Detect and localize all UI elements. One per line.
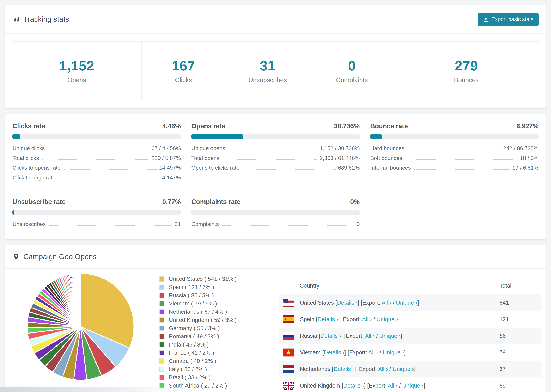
dotted-leader [64,169,157,170]
dotted-leader [59,179,160,179]
details-link[interactable]: Details › [337,300,358,306]
rate-row-opens-to-clicks-rate: Opens to clicks rate689.82% [191,165,360,175]
details-link[interactable]: Details › [343,382,364,389]
export-unique-link[interactable]: Unique › [393,366,414,372]
rates-grid: Clicks rate4.46%Unique clicks167 / 4.456… [5,114,546,239]
progress-bar-complaints-rate [191,210,360,215]
pie-slice-other-42 [80,273,81,327]
geo-table-body: United States [Details ›] [Export: All ›… [279,294,541,392]
details-link[interactable]: Details › [324,349,345,356]
legend-item-vietnam: Vietnam ( 79 / 5% ) [159,300,279,307]
bracket: [ [332,366,333,372]
rate-value-unsubscribe-rate: 0.77% [162,198,181,206]
stat-box-unsubscribes: 31Unsubscribes [226,42,310,100]
export-icon [483,16,489,22]
legend-label: Vietnam ( 79 / 5% ) [169,300,217,307]
export-all-link[interactable]: All › [388,382,398,389]
dotted-leader [223,159,318,160]
export-all-link[interactable]: All › [365,333,375,339]
bracket: ] [401,333,402,339]
page: Tracking stats Export basic stats 1,152O… [0,0,551,392]
details-link[interactable]: Details › [318,316,338,322]
dotted-leader [406,159,517,160]
export-unique-link[interactable]: Unique › [402,382,424,389]
rate-rows: Complaints0 [191,221,360,231]
country-cell-netherlands: Netherlands [Details ›] [Export: All › /… [300,366,500,372]
rate-row-value: 0 [357,221,360,227]
legend-label: Italy ( 36 / 2% ) [169,366,207,372]
legend-swatch-icon [159,326,164,331]
legend-item-canada: Canada ( 40 / 2% ) [159,358,279,364]
rate-row-value: 242 / 86.738% [503,145,538,152]
rate-row-value: 14.497% [159,165,181,171]
export-unique-link[interactable]: Unique › [377,316,398,322]
rate-panel-opens-rate: Opens rate30.736%Unique opens1,152 / 30.… [191,122,360,184]
rate-row-clicks-to-opens-rate: Clicks to opens rate14.497% [13,165,181,175]
rate-panel-head: Bounce rate6.927% [370,122,538,130]
rate-row-value: 31 [175,221,181,227]
rate-row-click-through-rate: Click through rate4.147% [13,175,181,184]
export-unique-link[interactable]: Unique › [396,300,417,306]
legend-swatch-icon [159,293,164,298]
rates-card: Clicks rate4.46%Unique clicks167 / 4.456… [5,114,546,239]
progress-bar-fill [370,134,382,139]
legend-label: France ( 42 / 2% ) [169,350,214,356]
export-basic-stats-button[interactable]: Export basic stats [478,13,538,26]
pie-legend: United States ( 541 / 31% )Spain ( 121 /… [159,272,279,391]
export-all-link[interactable]: All › [368,349,378,356]
legend-label: Netherlands ( 67 / 4% ) [169,308,227,315]
rate-panel-head: Opens rate30.736% [191,122,360,130]
export-unique-link[interactable]: Unique › [379,333,401,339]
total-cell: 67 [500,366,541,372]
dotted-leader [408,150,501,150]
details-link[interactable]: Details › [320,333,341,339]
bracket: ] [Export: [338,316,362,322]
bar-chart-icon [13,16,20,23]
bracket: [ [319,333,320,339]
country-cell-russia: Russia [Details ›] [Export: All › / Uniq… [300,333,500,339]
rate-panel-clicks-rate: Clicks rate4.46%Unique clicks167 / 4.456… [13,122,181,184]
rate-value-complaints-rate: 0% [350,198,360,206]
rate-value-bounce-rate: 6.927% [516,122,538,130]
rate-title-complaints-rate: Complaints rate [191,198,240,206]
stat-value-clicks: 167 [143,58,224,74]
rate-value-clicks-rate: 4.46% [162,122,181,130]
geo-title: Campaign Geo Opens [23,253,97,261]
rate-row-hard-bounces: Hard bounces242 / 86.738% [370,145,538,155]
export-all-link[interactable]: All › [378,366,388,372]
bracket: ] [Export: [354,366,378,372]
rate-row-label: Click through rate [13,175,56,181]
legend-label: Russia ( 86 / 5% ) [169,292,214,299]
legend-item-germany: Germany ( 55 / 3% ) [159,325,279,331]
stat-box-clicks: 167Clicks [141,42,226,100]
rate-row-unique-opens: Unique opens1,152 / 30.736% [191,145,360,155]
separator: / [375,333,380,339]
legend-swatch-icon [159,375,164,380]
export-all-link[interactable]: All › [381,300,391,306]
stat-box-complaints: 0Complaints [310,42,394,100]
bracket: ] [398,316,399,322]
rate-row-label: Unique clicks [13,145,45,152]
stat-box-bounces: 279Bounces [394,42,539,100]
progress-bar-bounce-rate [370,134,538,139]
rate-title-opens-rate: Opens rate [191,122,225,130]
rate-row-label: Hard bounces [370,145,404,152]
total-cell: 79 [500,349,541,356]
geo-country-table: Country Total United States [Details ›] … [279,277,541,392]
stat-value-complaints: 0 [312,58,392,74]
export-unique-link[interactable]: Unique › [383,349,404,356]
separator: / [378,349,383,356]
country-cell-vietnam: Vietnam [Details ›] [Export: All › / Uni… [300,349,500,356]
stat-value-bounces: 279 [396,58,537,74]
legend-swatch-icon [159,367,164,372]
legend-item-russia: Russia ( 86 / 5% ) [159,292,279,299]
details-link[interactable]: Details › [333,366,354,372]
rate-row-value: 4.147% [162,175,181,181]
export-all-link[interactable]: All › [362,316,372,322]
dotted-leader [229,150,318,150]
map-pin-icon [13,253,20,260]
column-header-country: Country [279,282,500,289]
rate-panel-head: Unsubscribe rate0.77% [13,198,181,206]
rate-title-bounce-rate: Bounce rate [370,122,408,130]
flag-us-icon [283,299,295,307]
